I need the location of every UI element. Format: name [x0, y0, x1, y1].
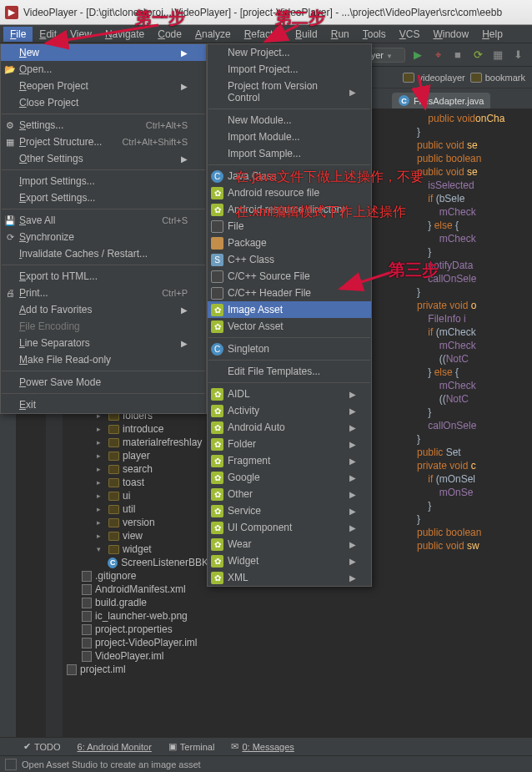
- tree-node[interactable]: .gitignore: [67, 569, 208, 583]
- new-menu-widget[interactable]: ✿Widget▶: [208, 553, 371, 569]
- new-menu-aidl[interactable]: ✿AIDL▶: [208, 386, 371, 402]
- tree-node[interactable]: ▸player: [67, 449, 208, 462]
- tree-node[interactable]: ▸introduce: [67, 422, 208, 436]
- new-menu-vector-asset[interactable]: ✿Vector Asset: [208, 318, 371, 335]
- file-menu-export-to-html-[interactable]: Export to HTML...: [1, 268, 206, 285]
- menu-vcs[interactable]: VCS: [393, 27, 427, 42]
- stop-icon[interactable]: ■: [450, 48, 465, 63]
- tree-node[interactable]: ▸version: [67, 516, 208, 529]
- tree-node[interactable]: VideoPlayer.iml: [67, 649, 208, 663]
- new-menu-import-module-[interactable]: Import Module...: [208, 129, 371, 145]
- chevron-icon[interactable]: ▸: [97, 505, 105, 513]
- run-icon[interactable]: ▶: [410, 48, 425, 63]
- menu-window[interactable]: Window: [426, 27, 475, 42]
- tree-node[interactable]: ▸toast: [67, 476, 208, 489]
- new-menu-android-auto[interactable]: ✿Android Auto▶: [208, 419, 371, 436]
- new-menu-wear[interactable]: ✿Wear▶: [208, 536, 371, 553]
- new-menu-c-c-header-file[interactable]: C/C++ Header File: [208, 285, 371, 301]
- sync-icon[interactable]: ⟳: [470, 48, 485, 63]
- new-menu-fragment[interactable]: ✿Fragment▶: [208, 452, 371, 469]
- debug-icon[interactable]: ⌖: [430, 48, 445, 63]
- file-menu-import-settings-[interactable]: Import Settings...: [1, 173, 206, 189]
- new-menu-file[interactable]: File: [208, 218, 371, 235]
- menu-analyze[interactable]: Analyze: [188, 27, 238, 42]
- tree-node[interactable]: ▸materialrefreshlay: [67, 436, 208, 449]
- new-menu-xml[interactable]: ✿XML▶: [208, 569, 371, 586]
- tree-node[interactable]: ▸util: [67, 502, 208, 516]
- new-menu-google[interactable]: ✿Google▶: [208, 469, 371, 486]
- menu-code[interactable]: Code: [151, 27, 188, 42]
- file-menu-make-file-read-only[interactable]: Make File Read-only: [1, 351, 206, 368]
- file-menu-line-separators[interactable]: Line Separators▶: [1, 335, 206, 351]
- new-menu-folder[interactable]: ✿Folder▶: [208, 436, 371, 452]
- menu-run[interactable]: Run: [324, 27, 356, 42]
- menu-build[interactable]: Build: [289, 27, 324, 42]
- menu-refactor[interactable]: Refactor: [238, 27, 289, 42]
- new-menu-android-resource-directory[interactable]: ✿Android resource directory: [208, 201, 371, 218]
- chevron-icon[interactable]: ▸: [97, 478, 105, 487]
- tree-node[interactable]: project-VideoPlayer.iml: [67, 636, 208, 649]
- chevron-icon[interactable]: ▾: [97, 545, 105, 553]
- tree-node[interactable]: project.properties: [67, 623, 208, 636]
- tab-messages[interactable]: ✉ 0: Messages: [224, 739, 300, 754]
- menu-file[interactable]: File: [3, 27, 33, 42]
- tree-node[interactable]: AndroidManifest.xml: [67, 583, 208, 596]
- new-menu-activity[interactable]: ✿Activity▶: [208, 402, 371, 419]
- chevron-icon[interactable]: ▸: [97, 532, 105, 540]
- new-menu-new-project-[interactable]: New Project...: [208, 44, 371, 61]
- menu-navigate[interactable]: Navigate: [98, 27, 151, 42]
- chevron-icon[interactable]: ▸: [97, 438, 105, 447]
- new-menu-service[interactable]: ✿Service▶: [208, 502, 371, 519]
- file-menu-new[interactable]: New▶: [1, 44, 206, 61]
- new-menu-image-asset[interactable]: ✿Image Asset: [208, 301, 371, 318]
- tab-android-monitor[interactable]: 6: Android Monitor: [71, 740, 158, 754]
- menu-tools[interactable]: Tools: [356, 27, 393, 42]
- new-menu-ui-component[interactable]: ✿UI Component▶: [208, 519, 371, 536]
- file-menu-synchronize[interactable]: ⟳Synchronize: [1, 229, 206, 245]
- chevron-icon[interactable]: ▸: [97, 465, 105, 473]
- new-menu-java-class[interactable]: CJava Class: [208, 168, 371, 184]
- file-menu-close-project[interactable]: Close Project: [1, 94, 206, 111]
- chevron-icon[interactable]: ▸: [97, 452, 105, 460]
- file-menu-settings-[interactable]: ⚙Settings...Ctrl+Alt+S: [1, 117, 206, 134]
- file-menu-add-to-favorites[interactable]: Add to Favorites▶: [1, 301, 206, 318]
- tree-node[interactable]: ▸search: [67, 462, 208, 476]
- file-menu-invalidate-caches-restart-[interactable]: Invalidate Caches / Restart...: [1, 245, 206, 262]
- file-menu-export-settings-[interactable]: Export Settings...: [1, 189, 206, 206]
- file-menu-project-structure-[interactable]: ▦Project Structure...Ctrl+Alt+Shift+S: [1, 134, 206, 150]
- sdk-icon[interactable]: ⬇: [510, 48, 525, 63]
- new-menu-package[interactable]: Package: [208, 235, 371, 251]
- tab-todo[interactable]: ✔ TODO: [17, 739, 68, 754]
- new-menu-import-project-[interactable]: Import Project...: [208, 61, 371, 78]
- file-menu-reopen-project[interactable]: Reopen Project▶: [1, 78, 206, 94]
- file-menu-print-[interactable]: 🖨Print...Ctrl+P: [1, 285, 206, 301]
- tree-node[interactable]: CScreenListenerBBK: [67, 556, 208, 569]
- file-menu-save-all[interactable]: 💾Save AllCtrl+S: [1, 212, 206, 229]
- chevron-icon[interactable]: ▸: [97, 518, 105, 527]
- tree-node[interactable]: ▾widget: [67, 542, 208, 556]
- file-menu-open-[interactable]: 📂Open...: [1, 61, 206, 78]
- editor-tab[interactable]: C FilesAdapter.java: [392, 93, 490, 108]
- tree-node[interactable]: ▸ui: [67, 489, 208, 502]
- menu-view[interactable]: View: [63, 27, 98, 42]
- menu-edit[interactable]: Edit: [33, 27, 63, 42]
- file-menu-power-save-mode[interactable]: Power Save Mode: [1, 374, 206, 391]
- new-menu-android-resource-file[interactable]: ✿Android resource file: [208, 184, 371, 201]
- new-menu-c-class[interactable]: SC++ Class: [208, 251, 371, 268]
- chevron-icon[interactable]: ▸: [97, 425, 105, 433]
- breadcrumb-item[interactable]: videoplayer: [403, 73, 464, 83]
- file-menu-other-settings[interactable]: Other Settings▶: [1, 150, 206, 167]
- tree-node[interactable]: project.iml: [67, 663, 208, 676]
- file-menu-exit[interactable]: Exit: [1, 396, 206, 413]
- new-menu-project-from-version-control[interactable]: Project from Version Control▶: [208, 78, 371, 106]
- new-menu-import-sample-[interactable]: Import Sample...: [208, 145, 371, 162]
- tab-terminal[interactable]: ▣ Terminal: [162, 739, 222, 754]
- new-menu-new-module-[interactable]: New Module...: [208, 112, 371, 129]
- tree-node[interactable]: build.gradle: [67, 596, 208, 609]
- avd-icon[interactable]: ▦: [490, 48, 505, 63]
- chevron-icon[interactable]: ▸: [97, 492, 105, 500]
- new-menu-edit-file-templates-[interactable]: Edit File Templates...: [208, 363, 371, 380]
- new-menu-singleton[interactable]: CSingleton: [208, 341, 371, 357]
- breadcrumb-item[interactable]: bookmark: [470, 73, 525, 83]
- tree-node[interactable]: ▸view: [67, 529, 208, 542]
